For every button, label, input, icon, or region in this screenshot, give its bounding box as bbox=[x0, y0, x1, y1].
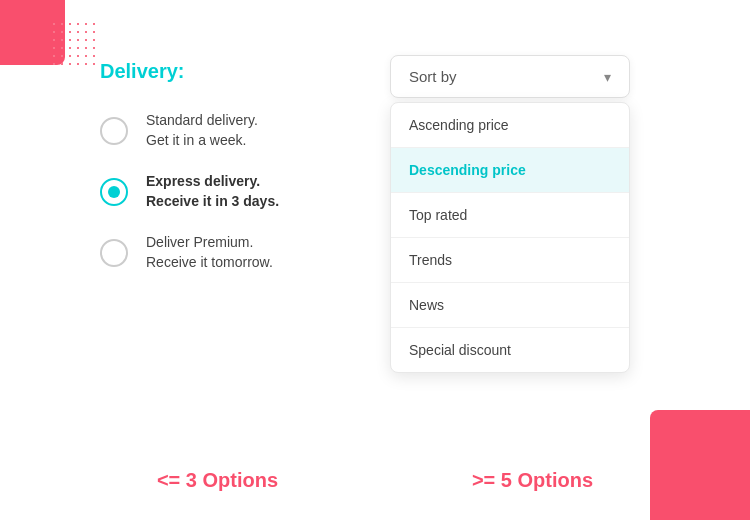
right-options-label: >= 5 Options bbox=[472, 469, 593, 492]
option-standard-text: Standard delivery.Get it in a week. bbox=[146, 111, 258, 150]
option-express-text: Express delivery.Receive it in 3 days. bbox=[146, 172, 279, 211]
sort-dropdown-menu: Ascending price Descending price Top rat… bbox=[390, 102, 630, 373]
sort-dropdown-trigger[interactable]: Sort by ▾ bbox=[390, 55, 630, 98]
option-premium-text: Deliver Premium.Receive it tomorrow. bbox=[146, 233, 273, 272]
delivery-title: Delivery: bbox=[100, 60, 360, 83]
sort-option-top-rated[interactable]: Top rated bbox=[391, 193, 629, 238]
delivery-panel: Delivery: Standard delivery.Get it in a … bbox=[100, 60, 360, 273]
sort-panel: Sort by ▾ Ascending price Descending pri… bbox=[390, 55, 630, 373]
sort-option-descending[interactable]: Descending price bbox=[391, 148, 629, 193]
list-item[interactable]: Deliver Premium.Receive it tomorrow. bbox=[100, 233, 360, 272]
dots-decoration bbox=[50, 20, 100, 70]
bottom-right-decoration bbox=[650, 410, 750, 520]
radio-premium[interactable] bbox=[100, 239, 128, 267]
sort-trigger-label: Sort by bbox=[409, 68, 457, 85]
list-item[interactable]: Express delivery.Receive it in 3 days. bbox=[100, 172, 360, 211]
radio-standard[interactable] bbox=[100, 117, 128, 145]
sort-option-trends[interactable]: Trends bbox=[391, 238, 629, 283]
sort-option-ascending[interactable]: Ascending price bbox=[391, 103, 629, 148]
list-item[interactable]: Standard delivery.Get it in a week. bbox=[100, 111, 360, 150]
radio-express[interactable] bbox=[100, 178, 128, 206]
delivery-options: Standard delivery.Get it in a week. Expr… bbox=[100, 111, 360, 273]
sort-option-news[interactable]: News bbox=[391, 283, 629, 328]
left-options-label: <= 3 Options bbox=[157, 469, 278, 492]
bottom-labels-row: <= 3 Options >= 5 Options bbox=[0, 469, 750, 492]
sort-option-special-discount[interactable]: Special discount bbox=[391, 328, 629, 372]
chevron-down-icon: ▾ bbox=[604, 69, 611, 85]
